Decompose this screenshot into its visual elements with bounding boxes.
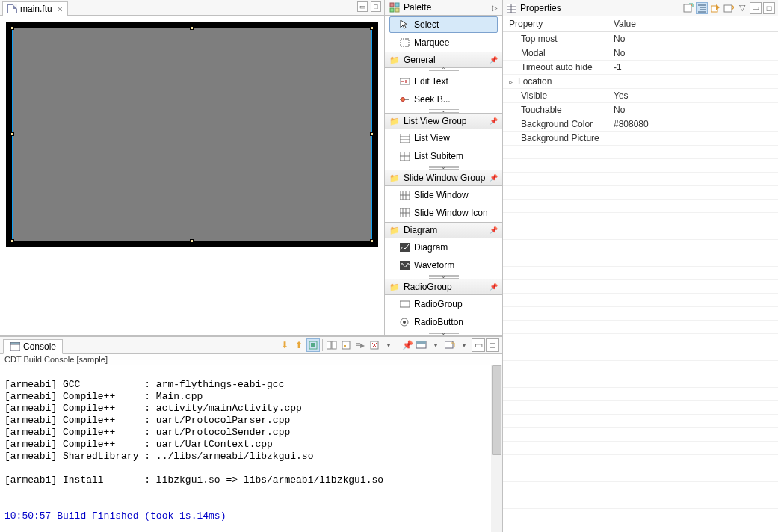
palette-group-radiogroup[interactable]: RadioGroup 📌	[385, 279, 502, 295]
resize-handle[interactable]	[10, 132, 14, 136]
radiobutton-icon	[399, 317, 410, 327]
table-row[interactable]: TouchableNo	[503, 103, 778, 117]
canvas-selection[interactable]	[12, 28, 372, 241]
tab-console[interactable]: Console	[3, 339, 63, 354]
palette-item-diagram[interactable]: Diagram	[385, 238, 502, 256]
expand-handle[interactable]: ⌄	[429, 331, 459, 335]
dropdown-icon[interactable]: ▾	[429, 338, 442, 352]
toolbar-button[interactable]	[696, 2, 708, 14]
edit-text-icon	[399, 76, 410, 87]
toolbar-button[interactable]	[723, 2, 735, 14]
clear-button[interactable]	[368, 338, 381, 352]
palette-item-label: List Subitem	[414, 151, 463, 161]
close-icon[interactable]: ✕	[57, 5, 63, 13]
console-tool[interactable]	[339, 338, 353, 352]
pin-console-button[interactable]: 📌	[401, 338, 414, 352]
minimize-button[interactable]: ▭	[750, 2, 762, 14]
view-menu-button[interactable]: ▽	[736, 2, 748, 14]
display-button[interactable]	[415, 338, 428, 352]
table-row[interactable]: Top mostNo	[503, 32, 778, 46]
toggle-button[interactable]	[306, 338, 320, 352]
palette-item-list-subitem[interactable]: List Subitem	[385, 147, 502, 165]
minimize-button[interactable]: ▭	[357, 1, 368, 12]
toolbar-button[interactable]	[709, 2, 721, 14]
palette-item-marquee[interactable]: Marquee	[385, 34, 502, 52]
palette-item-seek-bar[interactable]: Seek B...	[385, 90, 502, 108]
palette-group-diagram[interactable]: Diagram 📌	[385, 222, 502, 238]
resize-handle[interactable]	[370, 132, 374, 136]
palette-item-label: Waveform	[414, 260, 454, 270]
palette-header: Palette ▷	[385, 0, 502, 16]
table-row[interactable]: VisibleYes	[503, 89, 778, 103]
pin-icon[interactable]: 📌	[490, 117, 498, 125]
palette-item-select[interactable]: Select	[389, 16, 498, 33]
prev-button[interactable]: ⬇	[278, 338, 291, 352]
svg-rect-52	[724, 5, 732, 12]
svg-rect-34	[344, 345, 346, 347]
open-console-button[interactable]	[443, 338, 457, 352]
svg-rect-32	[332, 341, 336, 349]
col-value: Value	[608, 16, 778, 32]
resize-handle[interactable]	[370, 239, 374, 243]
toolbar-button[interactable]	[682, 2, 694, 14]
svg-point-7	[401, 98, 405, 102]
minimize-button[interactable]: ▭	[472, 338, 485, 352]
resize-handle[interactable]	[190, 26, 194, 30]
palette-title: Palette	[404, 2, 431, 13]
console-tool[interactable]: ≡▸	[354, 338, 367, 352]
table-row[interactable]: Timeout auto hide-1	[503, 61, 778, 75]
pin-icon[interactable]: 📌	[490, 283, 498, 291]
palette-group-general[interactable]: General 📌	[385, 52, 502, 68]
maximize-button[interactable]: □	[371, 1, 381, 12]
console-tool[interactable]	[325, 338, 339, 352]
table-row[interactable]: Background Color#808080	[503, 117, 778, 132]
design-canvas[interactable]	[6, 22, 378, 247]
table-row[interactable]: ▹Location	[503, 75, 778, 89]
palette-item-waveform[interactable]: Waveform	[385, 256, 502, 274]
maximize-button[interactable]: □	[763, 2, 775, 14]
chevron-right-icon[interactable]: ▷	[492, 4, 498, 12]
expander-icon[interactable]: ▹	[509, 78, 516, 86]
pin-icon[interactable]: 📌	[490, 56, 498, 64]
palette-item-slide-window[interactable]: Slide Window	[385, 186, 502, 204]
svg-rect-8	[400, 134, 410, 143]
maximize-button[interactable]: □	[486, 338, 499, 352]
palette-item-edit-text[interactable]: Edit Text	[385, 72, 502, 90]
scrollbar-thumb[interactable]	[492, 365, 501, 455]
console-finish-line: 10:50:57 Build Finished (took 1s.14ms)	[4, 510, 226, 522]
resize-handle[interactable]	[190, 239, 194, 243]
palette-group-label: General	[404, 55, 436, 65]
resize-handle[interactable]	[10, 239, 14, 243]
palette-item-label: Marquee	[414, 37, 449, 48]
resize-handle[interactable]	[10, 26, 14, 30]
svg-rect-30	[311, 343, 315, 347]
scrollbar[interactable]	[491, 365, 502, 532]
palette-group-listview[interactable]: List View Group 📌	[385, 113, 502, 129]
palette-item-slide-window-icon[interactable]: Slide Window Icon	[385, 204, 502, 222]
diagram-icon	[399, 242, 410, 253]
grid-icon	[399, 190, 410, 200]
tab-main-ftu[interactable]: main.ftu ✕	[2, 1, 68, 16]
waveform-icon	[399, 260, 410, 270]
dropdown-icon[interactable]: ▾	[457, 338, 471, 352]
pin-icon[interactable]: 📌	[490, 174, 498, 182]
table-row[interactable]: Background Picture	[503, 132, 778, 146]
svg-rect-31	[327, 341, 331, 349]
svg-rect-28	[10, 342, 20, 344]
palette-item-radiogroup[interactable]: RadioGroup	[385, 295, 502, 313]
svg-rect-22	[400, 243, 410, 252]
table-row[interactable]: ModalNo	[503, 46, 778, 61]
pin-icon[interactable]: 📌	[490, 226, 498, 234]
properties-icon	[506, 3, 516, 13]
next-button[interactable]: ⬆	[292, 338, 306, 352]
svg-rect-24	[400, 301, 410, 307]
palette-group-slidewin[interactable]: Slide Window Group 📌	[385, 170, 502, 186]
svg-rect-2	[390, 8, 394, 12]
dropdown-icon[interactable]: ▾	[382, 338, 395, 352]
resize-handle[interactable]	[370, 26, 374, 30]
palette-item-list-view[interactable]: List View	[385, 129, 502, 147]
console-output[interactable]: [armeabi] GCC : arm-flythings-eabi-gcc […	[0, 365, 502, 532]
palette-item-radiobutton[interactable]: RadioButton	[385, 313, 502, 331]
folder-icon	[389, 173, 400, 183]
seek-bar-icon	[399, 94, 410, 105]
